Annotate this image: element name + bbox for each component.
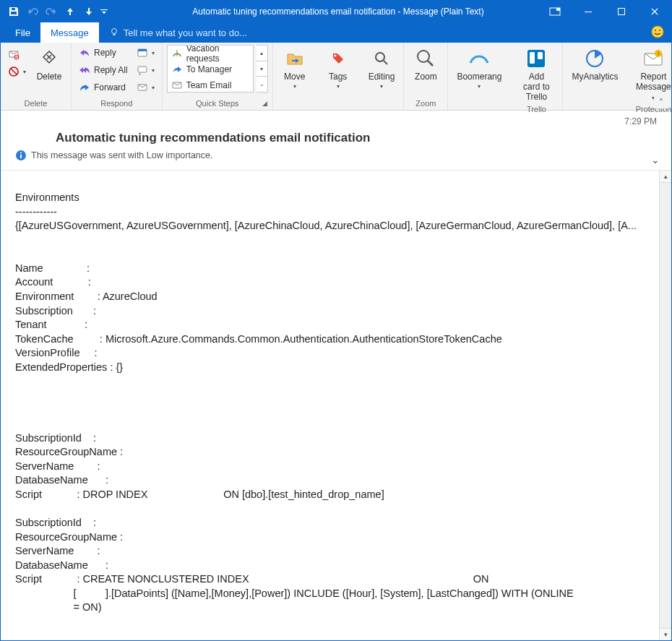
- lightbulb-icon: [109, 27, 119, 38]
- move-button[interactable]: Move ▾: [277, 45, 312, 91]
- delete-icon: [37, 46, 61, 71]
- tell-me-search[interactable]: Tell me what you want to do...: [99, 22, 247, 43]
- to-manager-icon: [172, 64, 182, 74]
- quick-step-item[interactable]: Team Email: [168, 77, 253, 93]
- scroll-up-icon[interactable]: ▴: [257, 46, 267, 61]
- svg-rect-1: [556, 8, 560, 11]
- reply-all-button[interactable]: Reply All: [76, 62, 131, 78]
- svg-point-8: [659, 30, 660, 31]
- tell-me-placeholder: Tell me what you want to do...: [124, 27, 247, 38]
- zoom-icon: [413, 46, 438, 71]
- myanalytics-icon: [582, 46, 607, 71]
- message-subject: Automatic tuning recommendations email n…: [15, 119, 657, 148]
- tab-message[interactable]: Message: [40, 22, 99, 43]
- im-icon: [137, 64, 148, 76]
- message-time: 7:29 PM: [624, 116, 657, 126]
- window-controls: [538, 1, 671, 22]
- meeting-button[interactable]: ▾: [134, 45, 158, 61]
- message-body[interactable]: Environments ------------ {[AzureUSGover…: [1, 171, 659, 640]
- move-icon: [283, 46, 307, 71]
- next-item-icon[interactable]: [80, 3, 98, 20]
- tags-button[interactable]: Tags ▾: [321, 45, 356, 91]
- forward-button[interactable]: Forward: [76, 79, 131, 95]
- svg-rect-5: [113, 34, 115, 35]
- boomerang-button[interactable]: Boomerang ▾: [452, 45, 506, 91]
- report-message-button[interactable]: ! Report Message ▾: [631, 45, 672, 103]
- report-message-icon: !: [641, 46, 665, 71]
- reply-icon: [79, 47, 90, 59]
- ribbon-tabs: File Message Tell me what you want to do…: [1, 22, 671, 43]
- reply-button[interactable]: Reply: [76, 45, 131, 61]
- customize-qat-icon[interactable]: [99, 3, 109, 20]
- reply-all-icon: [79, 64, 90, 76]
- junk-button[interactable]: ▾: [5, 64, 29, 79]
- trello-button[interactable]: Add card to Trello: [514, 45, 558, 103]
- infobar-text: This message was sent with Low importanc…: [31, 150, 213, 160]
- svg-point-6: [652, 26, 663, 38]
- maximize-button[interactable]: [605, 1, 638, 22]
- vacation-icon: [172, 48, 182, 59]
- title-bar: Automatic tuning recommendations email n…: [1, 1, 671, 22]
- svg-point-4: [111, 29, 116, 34]
- zoom-button[interactable]: Zoom: [408, 45, 443, 84]
- more-respond-button[interactable]: ▾: [134, 79, 158, 95]
- ignore-button[interactable]: [5, 46, 29, 62]
- redo-icon[interactable]: [43, 3, 60, 20]
- ribbon-group-boomerang: Boomerang ▾: [448, 43, 510, 110]
- expand-header-icon[interactable]: ⌄: [651, 154, 660, 165]
- ribbon-group-zoom: Zoom Zoom: [404, 43, 448, 110]
- ribbon-display-options-icon[interactable]: [538, 1, 572, 22]
- ribbon-group-tags: Tags ▾: [316, 43, 360, 110]
- quick-step-item[interactable]: Vacation requests: [168, 46, 253, 61]
- svg-rect-14: [138, 66, 147, 72]
- svg-text:!: !: [658, 51, 659, 57]
- save-icon[interactable]: [5, 3, 22, 20]
- ribbon-group-trello: Add card to Trello Trello: [510, 43, 563, 110]
- tags-icon: [326, 46, 350, 71]
- close-button[interactable]: [638, 1, 671, 22]
- dialog-launcher-icon[interactable]: ◢: [261, 99, 270, 108]
- more-respond-icon: [137, 82, 148, 93]
- expand-gallery-icon[interactable]: ⌄: [257, 77, 267, 92]
- junk-icon: [8, 66, 20, 77]
- im-button[interactable]: ▾: [134, 62, 158, 78]
- scroll-down-icon[interactable]: ▾: [257, 61, 267, 77]
- ribbon-group-myanalytics: MyAnalytics: [563, 43, 626, 110]
- scroll-down-icon[interactable]: ▾: [660, 628, 671, 640]
- svg-rect-31: [20, 155, 22, 158]
- svg-rect-2: [585, 12, 592, 12]
- window-title: Automatic tuning recommendations email n…: [109, 7, 538, 17]
- svg-rect-22: [538, 52, 543, 59]
- vertical-scrollbar[interactable]: ▴ ▾: [659, 171, 671, 640]
- svg-rect-3: [619, 9, 625, 15]
- svg-point-32: [20, 152, 22, 153]
- ignore-icon: [8, 48, 20, 60]
- collapse-ribbon-icon[interactable]: ˄: [654, 97, 668, 108]
- meeting-icon: [137, 47, 148, 59]
- scroll-up-icon[interactable]: ▴: [660, 171, 671, 183]
- quick-steps-scroll[interactable]: ▴ ▾ ⌄: [257, 45, 268, 93]
- ribbon-group-move: Move ▾: [273, 43, 316, 110]
- quick-step-item[interactable]: To Manager: [168, 61, 253, 77]
- editing-icon: [369, 46, 394, 71]
- quick-steps-gallery[interactable]: Vacation requests To Manager Team Email: [167, 45, 254, 93]
- ribbon-group-quick-steps: Vacation requests To Manager Team Email …: [163, 43, 273, 110]
- quick-access-toolbar: [1, 3, 109, 20]
- delete-button[interactable]: Delete: [32, 45, 66, 84]
- undo-icon[interactable]: [24, 3, 41, 20]
- minimize-button[interactable]: [572, 1, 605, 22]
- svg-rect-13: [138, 49, 147, 51]
- ribbon-group-respond: Reply Reply All Forward ▾ ▾ ▾ Respond: [72, 43, 163, 110]
- myanalytics-button[interactable]: MyAnalytics: [567, 45, 622, 84]
- svg-point-19: [418, 51, 429, 62]
- editing-button[interactable]: Editing ▾: [364, 45, 400, 91]
- message-header: 7:29 PM Automatic tuning recommendations…: [1, 111, 671, 171]
- trello-icon: [524, 46, 548, 71]
- forward-icon: [79, 82, 90, 93]
- svg-point-17: [334, 55, 336, 57]
- previous-item-icon[interactable]: [61, 3, 79, 20]
- info-icon: [15, 150, 27, 161]
- feedback-smiley-icon[interactable]: [651, 25, 664, 38]
- ribbon-group-delete: ▾ Delete Delete: [1, 43, 72, 110]
- tab-file[interactable]: File: [5, 22, 40, 43]
